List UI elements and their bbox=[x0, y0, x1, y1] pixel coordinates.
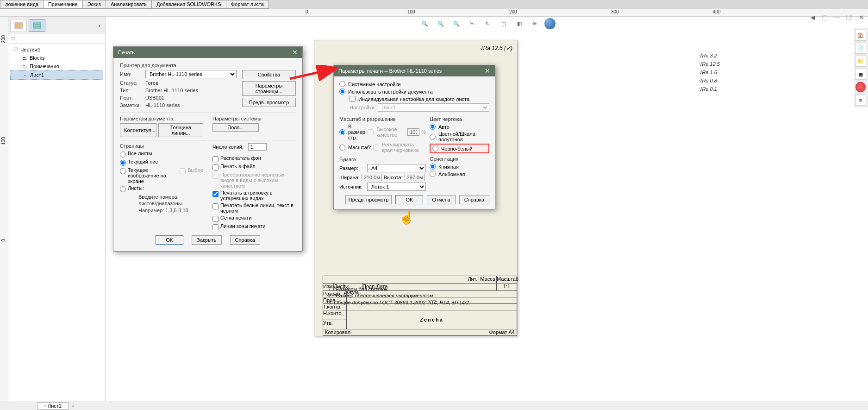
print-to-file-label: Печать в файл bbox=[220, 164, 256, 169]
sheet-icon: ▫ bbox=[22, 72, 28, 78]
paper-size-select[interactable]: A4 bbox=[367, 164, 426, 172]
page-setup-titlebar[interactable]: Параметры печати -- Brother HL-1110 seri… bbox=[334, 65, 495, 76]
fit-page-radio[interactable] bbox=[339, 129, 345, 135]
preview-button[interactable]: Предв. просмотр bbox=[242, 98, 296, 107]
tree-root-drawing[interactable]: 📄 Чертеж1 bbox=[10, 45, 103, 54]
printer-status-value: Готов bbox=[145, 80, 158, 86]
ok-button[interactable]: OK bbox=[156, 235, 183, 245]
resources-icon[interactable]: 📄 bbox=[855, 43, 866, 54]
crosshatch-checkbox[interactable] bbox=[212, 191, 219, 197]
tb-list: Лист bbox=[333, 284, 343, 290]
close-button[interactable]: Закрыть bbox=[192, 235, 221, 245]
section-view-icon[interactable]: ✂ bbox=[466, 18, 479, 30]
appearances-icon[interactable] bbox=[855, 82, 866, 93]
help-button[interactable]: Справка bbox=[230, 235, 260, 245]
properties-button[interactable]: Свойства bbox=[242, 70, 296, 79]
page-setup-button[interactable]: Параметры страницы... bbox=[242, 81, 296, 96]
tab-view-layout[interactable]: ложение вида bbox=[0, 0, 44, 9]
tab-sketch[interactable]: Эскиз bbox=[82, 0, 106, 9]
preview-button[interactable]: Предв. просмотр bbox=[345, 195, 392, 204]
pages-all-radio[interactable] bbox=[120, 151, 126, 158]
close-icon[interactable]: ✕ bbox=[485, 67, 490, 75]
ruler-vtick: 200 bbox=[1, 35, 6, 43]
library-icon[interactable]: 📁 bbox=[855, 56, 866, 67]
properties-icon[interactable]: ≡ bbox=[855, 95, 866, 106]
lineweight-button[interactable]: Толщина линии... bbox=[158, 123, 203, 137]
system-settings-radio[interactable] bbox=[339, 81, 345, 87]
add-sheet-icon[interactable]: ▫ bbox=[69, 403, 78, 409]
tree-item-sheet1[interactable]: ▫ Лист1 bbox=[10, 70, 103, 80]
headers-button[interactable]: Колонтитул... bbox=[120, 123, 156, 137]
print-background-checkbox[interactable] bbox=[212, 156, 219, 162]
color-bw-radio[interactable] bbox=[432, 145, 438, 151]
tab-addins[interactable]: Добавления SOLIDWORKS bbox=[151, 0, 226, 9]
adjust-draft-label: Регулировать края черновика bbox=[382, 142, 426, 153]
minimize-icon[interactable]: — bbox=[832, 13, 842, 21]
doc-layout-icon[interactable]: ▢ bbox=[820, 13, 830, 21]
zoom-area-icon[interactable]: 🔍 bbox=[434, 18, 447, 30]
zoom-prev-icon[interactable]: 🔍 bbox=[450, 18, 463, 30]
paper-height-input bbox=[405, 174, 425, 181]
tb-data: Дата bbox=[376, 284, 390, 290]
settings-select-label: Настройки: bbox=[350, 105, 376, 110]
print-to-file-checkbox[interactable] bbox=[212, 164, 219, 170]
tb-doc: № докум. bbox=[343, 284, 362, 290]
cube-icon[interactable]: ◧ bbox=[513, 18, 526, 30]
tab-analyze[interactable]: Анализировать bbox=[106, 0, 152, 9]
feature-tree-icon bbox=[14, 22, 23, 29]
orient-landscape-radio[interactable] bbox=[430, 171, 436, 177]
panel-expand-chevron[interactable]: › bbox=[98, 22, 100, 29]
ruler-tick: 0 bbox=[306, 9, 308, 14]
print-dialog-titlebar[interactable]: Печать ✕ bbox=[113, 47, 302, 58]
pages-sheets-radio[interactable] bbox=[120, 186, 126, 192]
home-icon[interactable]: 🏠 bbox=[855, 30, 866, 41]
sheet-tab-1[interactable]: ▫Лист1 bbox=[37, 402, 69, 410]
eye-icon[interactable]: 👁 bbox=[529, 18, 542, 30]
zoom-fit-icon[interactable]: 🔍 bbox=[418, 18, 431, 30]
print-grid-label: Сетка печати bbox=[220, 215, 251, 221]
color-auto-radio[interactable] bbox=[430, 124, 436, 130]
each-sheet-checkbox[interactable] bbox=[350, 96, 356, 102]
rotate-icon[interactable]: ↻ bbox=[481, 18, 494, 30]
close-icon[interactable]: ✕ bbox=[856, 13, 866, 21]
ra-note: √Ra 12.5 bbox=[699, 61, 720, 67]
tab-sheet-format[interactable]: Формат листа bbox=[226, 0, 269, 9]
paper-source-select[interactable]: Лоток 1 bbox=[367, 183, 426, 191]
help-button[interactable]: Справка bbox=[459, 195, 489, 204]
white-lines-checkbox[interactable] bbox=[212, 203, 219, 209]
printer-type-label: Тип: bbox=[120, 88, 145, 93]
panel-mode-btn-2[interactable] bbox=[29, 19, 45, 32]
zone-lines-checkbox[interactable] bbox=[212, 224, 219, 230]
printer-name-select[interactable]: Brother HL-1110 series bbox=[145, 70, 237, 78]
doc-back-icon[interactable]: ◀ bbox=[808, 13, 818, 21]
scale-radio[interactable] bbox=[339, 145, 345, 151]
tree-item-blocks[interactable]: 🗀 Blocks bbox=[10, 54, 103, 62]
pages-current-radio[interactable] bbox=[120, 160, 126, 166]
tab-annotation[interactable]: Примечание bbox=[43, 0, 83, 9]
pages-sheets-label: Листы: bbox=[128, 185, 144, 191]
property-pane-icon bbox=[33, 22, 41, 29]
color-gray-radio[interactable] bbox=[430, 134, 436, 140]
restore-icon[interactable]: ❐ bbox=[844, 13, 854, 21]
print-grid-checkbox[interactable] bbox=[212, 216, 219, 222]
orient-portrait-radio[interactable] bbox=[430, 164, 436, 170]
ok-button[interactable]: OK bbox=[395, 195, 423, 204]
printer-group-label: Принтер для документа bbox=[120, 63, 296, 68]
hq-label: Высокое качество bbox=[376, 126, 406, 138]
ruler-horizontal: 0 100 200 300 400 bbox=[0, 9, 868, 17]
close-icon[interactable]: ✕ bbox=[292, 49, 298, 56]
tb-izm: Изм. bbox=[323, 284, 333, 290]
cancel-button[interactable]: Отмена bbox=[427, 195, 455, 204]
tree-item-annotations[interactable]: 🗀 Примечания bbox=[10, 62, 103, 70]
panel-mode-btn-1[interactable] bbox=[10, 19, 27, 32]
margins-button[interactable]: Поля... bbox=[212, 123, 259, 132]
feature-tree: 📄 Чертеж1 🗀 Blocks 🗀 Примечания ▫ Лист1 bbox=[8, 44, 105, 82]
view-palette-icon[interactable]: ▦ bbox=[855, 69, 866, 80]
doc-settings-radio[interactable] bbox=[339, 88, 345, 95]
copies-input[interactable] bbox=[248, 143, 267, 151]
ruler-vtick: 0 bbox=[1, 239, 6, 242]
pages-screen-radio[interactable] bbox=[120, 168, 126, 174]
appearance-globe-icon[interactable] bbox=[544, 18, 556, 29]
funnel-icon[interactable]: ▽ bbox=[11, 36, 15, 41]
display-style-icon[interactable]: ▢ bbox=[497, 18, 510, 30]
